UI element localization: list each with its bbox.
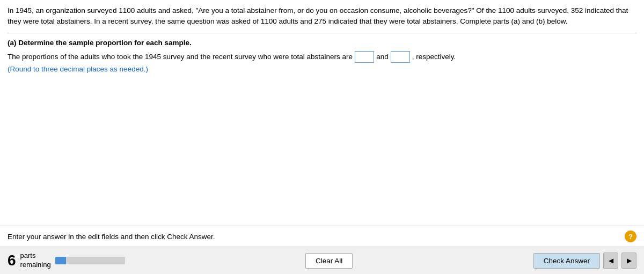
progress-bar-container (55, 257, 125, 264)
clear-all-button[interactable]: Clear All (305, 253, 353, 269)
next-button[interactable]: ▶ (621, 253, 636, 269)
parts-label-line2: remaining (20, 261, 51, 270)
check-answer-button[interactable]: Check Answer (533, 253, 600, 269)
instruction-text: Enter your answer in the edit fields and… (8, 233, 215, 241)
hint-text: (Round to three decimal places as needed… (8, 65, 636, 73)
right-controls: Check Answer ◀ ▶ (533, 253, 636, 269)
parts-label-line1: parts (20, 251, 51, 261)
part-a-label: (a) Determine the sample proportion for … (8, 39, 636, 47)
parts-label: parts remaining (20, 251, 51, 270)
parts-number: 6 (8, 253, 16, 268)
instruction-bar: Enter your answer in the edit fields and… (0, 226, 644, 247)
question-suffix: , respectively. (412, 51, 456, 63)
help-icon[interactable]: ? (625, 230, 636, 242)
answer-input-1945[interactable] (355, 51, 374, 63)
problem-intro: In 1945, an organization surveyed 1100 a… (8, 5, 636, 33)
intro-text: In 1945, an organization surveyed 1100 a… (8, 6, 628, 25)
question-line: The proportions of the adults who took t… (8, 51, 636, 63)
progress-bar-fill (55, 257, 67, 264)
main-content: In 1945, an organization surveyed 1100 a… (0, 0, 644, 226)
footer-bar: 6 parts remaining Clear All Check Answer… (0, 247, 644, 274)
and-text: and (376, 51, 389, 63)
question-prefix: The proportions of the adults who took t… (8, 51, 353, 63)
answer-input-recent[interactable] (391, 51, 410, 63)
parts-remaining-section: 6 parts remaining (8, 251, 125, 270)
bottom-bar: Enter your answer in the edit fields and… (0, 226, 644, 274)
prev-button[interactable]: ◀ (603, 253, 618, 269)
